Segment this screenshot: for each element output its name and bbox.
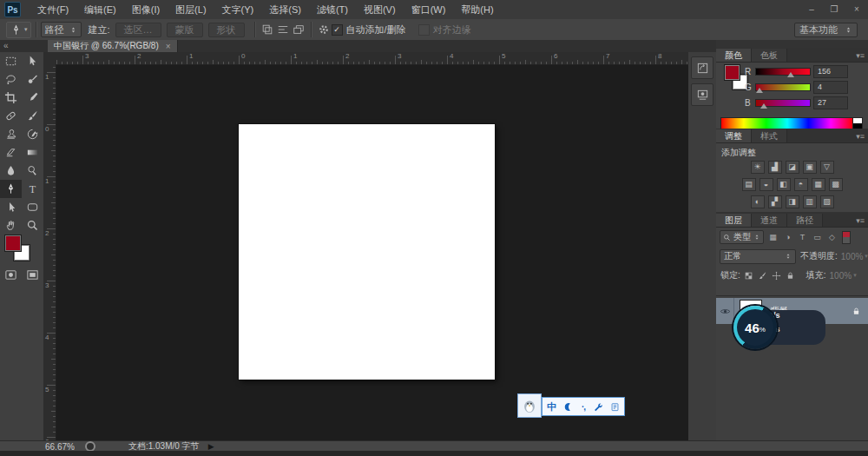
quick-mask-button[interactable] — [0, 266, 22, 284]
adjust-color-balance-button[interactable]: ◒ — [760, 178, 773, 191]
layers-tab-2[interactable]: 路径 — [787, 214, 823, 227]
adjust-exposure-button[interactable]: ▣ — [803, 161, 817, 174]
document-tab[interactable]: 中国银行 @ 66.7%(RGB/8) × — [48, 40, 178, 52]
adjust-black-white-button[interactable]: ◧ — [777, 178, 791, 191]
adjustments-tab-0[interactable]: 调整 — [716, 129, 752, 142]
auto-add-delete-checkbox[interactable]: ✓ — [332, 24, 343, 36]
adjust-gradient-map-button[interactable]: ▥ — [803, 195, 817, 208]
ime-logo-button[interactable] — [517, 393, 542, 418]
punctuation-button[interactable]: ·, — [582, 402, 585, 412]
path-operations-button[interactable] — [260, 22, 275, 37]
minimize-button[interactable]: – — [806, 0, 818, 19]
layers-tab-0[interactable]: 图层 — [716, 214, 752, 227]
screen-mode-button[interactable] — [22, 266, 43, 284]
lock-all-button[interactable] — [785, 270, 796, 281]
adjust-curves-button[interactable]: ◪ — [786, 161, 799, 174]
panel-menu-icon[interactable]: ▾≡ — [856, 132, 865, 141]
color-tab-0[interactable]: 颜色 — [716, 49, 752, 62]
adjust-vibrance-button[interactable]: ▽ — [820, 161, 834, 174]
adjust-hue-saturation-button[interactable]: ▤ — [742, 178, 756, 191]
adjustments-tab-1[interactable]: 样式 — [752, 129, 787, 142]
fill-value[interactable]: 100% — [830, 271, 852, 281]
panel-menu-icon[interactable]: ▾≡ — [856, 51, 865, 60]
layer-filter-kind-select[interactable]: 类型 — [720, 230, 764, 244]
menu-item-9[interactable]: 帮助(H) — [453, 1, 501, 19]
opacity-value[interactable]: 100% — [841, 252, 864, 261]
panel-menu-icon[interactable]: ▾≡ — [856, 216, 865, 225]
tool-clone-stamp[interactable] — [0, 125, 22, 143]
adjust-photo-filter-button[interactable]: ◓ — [794, 178, 808, 191]
tool-shape[interactable] — [22, 198, 43, 216]
panel-foreground-swatch[interactable] — [724, 64, 740, 81]
menu-item-1[interactable]: 编辑(E) — [76, 1, 124, 19]
tool-zoom[interactable] — [22, 216, 43, 235]
menu-item-6[interactable]: 滤镜(T) — [309, 1, 356, 19]
align-edges-checkbox[interactable] — [418, 24, 430, 36]
menu-item-8[interactable]: 窗口(W) — [404, 1, 454, 19]
channel-slider[interactable] — [755, 83, 811, 91]
tool-move[interactable] — [22, 52, 43, 70]
menu-item-3[interactable]: 图层(L) — [168, 1, 214, 19]
menu-item-5[interactable]: 选择(S) — [261, 1, 309, 19]
adjust-brightness-contrast-button[interactable]: ☀ — [751, 161, 765, 174]
blend-mode-select[interactable]: 正常 — [720, 249, 796, 264]
tool-type[interactable]: T — [22, 180, 43, 198]
close-button[interactable]: × — [851, 0, 863, 19]
tool-pen[interactable] — [0, 180, 22, 198]
color-spectrum-ramp[interactable] — [720, 117, 854, 129]
layer-filter-toggle[interactable] — [842, 231, 851, 244]
path-alignment-button[interactable] — [275, 22, 291, 37]
tool-eyedropper[interactable] — [22, 89, 43, 107]
speed-widget[interactable]: ↑ 0K/s ↓ 0K/s 46 % — [732, 304, 827, 353]
slider-thumb[interactable] — [756, 88, 763, 93]
filter-adjustment-icon[interactable]: ◑ — [782, 232, 793, 243]
tool-eraser[interactable] — [0, 143, 22, 162]
tool-crop[interactable] — [0, 89, 22, 107]
make-mask-button[interactable]: 蒙版 — [167, 23, 203, 37]
color-tab-1[interactable]: 色板 — [752, 49, 787, 62]
foreground-color-swatch[interactable] — [4, 235, 22, 252]
restore-button[interactable]: ❐ — [828, 0, 840, 19]
document-canvas[interactable] — [239, 124, 495, 380]
menu-item-2[interactable]: 图像(I) — [124, 1, 168, 19]
tool-lasso[interactable] — [0, 70, 22, 89]
tool-hand[interactable] — [0, 216, 22, 235]
wrench-icon[interactable] — [593, 402, 602, 412]
zoom-level-field[interactable]: 66.67% — [45, 442, 75, 452]
menu-item-0[interactable]: 文件(F) — [30, 1, 76, 19]
status-options-arrow[interactable]: ▶ — [208, 442, 214, 451]
channel-slider[interactable] — [755, 68, 811, 76]
make-selection-button[interactable]: 选区… — [115, 23, 161, 37]
collapse-tools-icon[interactable]: « — [3, 40, 9, 51]
tool-gradient[interactable] — [22, 143, 43, 162]
filter-shape-icon[interactable]: ▭ — [812, 232, 823, 243]
clipboard-icon[interactable] — [610, 402, 620, 412]
layers-tab-1[interactable]: 通道 — [752, 214, 787, 227]
tool-mode-select[interactable]: 路径 — [41, 22, 82, 37]
extension-panel-button[interactable] — [691, 83, 713, 106]
tool-history-brush[interactable] — [22, 125, 43, 143]
adjust-levels-button[interactable]: ▟ — [768, 161, 782, 174]
tool-rect-marquee[interactable] — [0, 52, 22, 70]
adjust-invert-button[interactable]: ◐ — [751, 195, 765, 208]
menu-item-4[interactable]: 文字(Y) — [214, 1, 262, 19]
tool-preset-picker[interactable]: ▾ — [6, 22, 31, 38]
lock-transparency-button[interactable] — [743, 270, 754, 281]
adjust-threshold-button[interactable]: ◨ — [786, 195, 799, 208]
tool-healing-brush[interactable] — [0, 107, 22, 125]
ime-mode-button[interactable]: 中 — [547, 400, 556, 413]
lock-paint-button[interactable] — [757, 270, 768, 281]
history-panel-button[interactable] — [691, 56, 713, 79]
adjust-channel-mixer-button[interactable]: ▦ — [812, 178, 825, 191]
slider-thumb[interactable] — [760, 103, 767, 109]
lock-move-button[interactable] — [771, 270, 782, 281]
channel-value-field[interactable]: 4 — [813, 81, 848, 94]
spectrum-bw-end[interactable] — [852, 117, 863, 129]
make-shape-button[interactable]: 形状 — [208, 23, 245, 37]
filter-type-icon[interactable]: T — [797, 232, 808, 243]
close-tab-icon[interactable]: × — [166, 42, 171, 51]
tool-blur[interactable] — [0, 162, 22, 180]
moon-icon[interactable] — [564, 402, 574, 412]
adjust-selective-color-button[interactable]: ▨ — [820, 195, 834, 208]
channel-value-field[interactable]: 156 — [813, 65, 848, 78]
